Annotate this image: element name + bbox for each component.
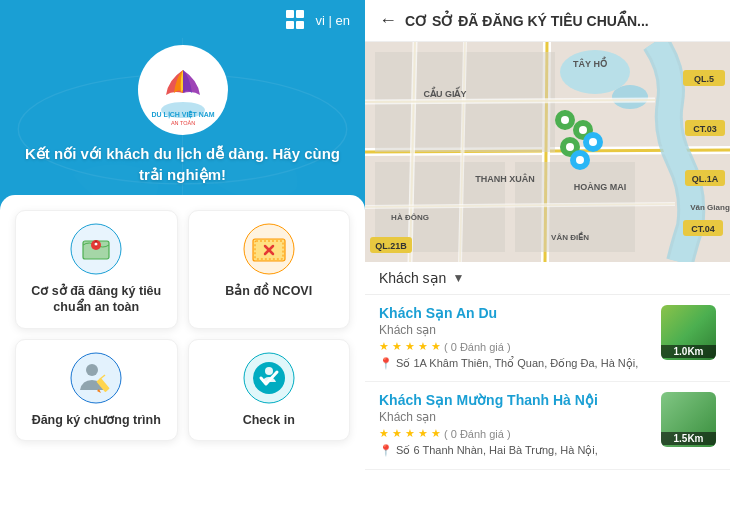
address-icon: 📍 [379,357,396,369]
map-area[interactable]: QL.5 CT.03 QL.1A CT.04 QL.21B TÂY HỒ CẦU… [365,42,730,262]
filter-select[interactable]: Khách sạn ▼ [379,270,464,286]
svg-text:HOÀNG MAI: HOÀNG MAI [574,182,627,192]
listing-address-2: 📍 Số 6 Thanh Nhàn, Hai Bà Trưng, Hà Nội, [379,443,651,458]
svg-text:HÀ ĐÔNG: HÀ ĐÔNG [391,213,429,222]
listing-thumb-2: 1.5Km [661,392,716,447]
logo-svg: DU LỊCH VIỆT NAM AN TOÀN [148,55,218,125]
svg-point-53 [561,116,569,124]
right-title: CƠ SỞ ĐÃ ĐĂNG KÝ TIÊU CHUẨN... [405,13,649,29]
star-9: ★ [418,427,428,440]
rating-count-2: ( 0 Đánh giá ) [444,428,511,440]
map-svg: QL.5 CT.03 QL.1A CT.04 QL.21B TÂY HỒ CẦU… [365,42,730,262]
listing-info-1: Khách Sạn An Du Khách sạn ★ ★ ★ ★ ★ ( 0 … [379,305,651,371]
menu-icon-checkin [243,352,295,404]
listing-item[interactable]: Khách Sạn An Du Khách sạn ★ ★ ★ ★ ★ ( 0 … [365,295,730,382]
svg-point-18 [86,364,98,376]
qr-icon[interactable] [286,10,306,30]
menu-icon-chuongtrinh [70,352,122,404]
star-1: ★ [379,340,389,353]
star-4: ★ [418,340,428,353]
stars-row-1: ★ ★ ★ ★ ★ ( 0 Đánh giá ) [379,340,651,353]
menu-item-checkin[interactable]: Check in [188,339,351,441]
listing-name-2: Khách Sạn Mường Thanh Hà Nội [379,392,651,408]
listing-area[interactable]: Khách Sạn An Du Khách sạn ★ ★ ★ ★ ★ ( 0 … [365,295,730,532]
star-5: ★ [431,340,441,353]
distance-badge-1: 1.0Km [661,345,716,358]
logo-circle: DU LỊCH VIỆT NAM AN TOÀN [138,45,228,135]
listing-name-1: Khách Sạn An Du [379,305,651,321]
menu-label-checkin: Check in [243,412,295,428]
rating-count-1: ( 0 Đánh giá ) [444,341,511,353]
menu-item-bando[interactable]: Bản đồ NCOVI [188,210,351,329]
listing-thumb-1: 1.0Km [661,305,716,360]
svg-text:DU LỊCH VIỆT NAM: DU LỊCH VIỆT NAM [151,110,214,119]
star-8: ★ [405,427,415,440]
lang-switcher[interactable]: vi | en [316,13,351,28]
svg-text:Văn Giang: Văn Giang [690,203,730,212]
svg-point-59 [589,138,597,146]
tagline: Kết nối với khách du lịch dễ dàng. Hãy c… [20,143,345,185]
svg-text:CT.04: CT.04 [691,224,715,234]
back-button[interactable]: ← [379,10,397,31]
svg-point-55 [579,126,587,134]
svg-text:VÂN ĐIỀN: VÂN ĐIỀN [551,231,589,242]
svg-point-24 [265,367,273,375]
listing-address-1: 📍 Số 1A Khâm Thiên, Thổ Quan, Đống Đa, H… [379,356,651,371]
svg-point-31 [560,50,630,94]
right-header: ← CƠ SỞ ĐÃ ĐĂNG KÝ TIÊU CHUẨN... [365,0,730,42]
listing-type-2: Khách sạn [379,410,651,424]
menu-item-chuongtrinh[interactable]: Đăng ký chương trình [15,339,178,441]
svg-point-11 [95,243,98,246]
left-panel: vi | en DU LỊCH VIỆT NAM AN TOÀN Kết nố [0,0,365,532]
listing-item-2[interactable]: Khách Sạn Mường Thanh Hà Nội Khách sạn ★… [365,382,730,469]
logo-area: DU LỊCH VIỆT NAM AN TOÀN Kết nối với khá… [0,40,365,195]
star-6: ★ [379,427,389,440]
dropdown-arrow-icon: ▼ [452,271,464,285]
right-panel: ← CƠ SỞ ĐÃ ĐĂNG KÝ TIÊU CHUẨN... [365,0,730,532]
svg-text:AN TOÀN: AN TOÀN [170,120,194,125]
lang-separator: | [329,13,332,28]
menu-label-bando: Bản đồ NCOVI [225,283,312,299]
stars-row-2: ★ ★ ★ ★ ★ ( 0 Đánh giá ) [379,427,651,440]
distance-badge-2: 1.5Km [661,432,716,445]
lang-en[interactable]: en [336,13,350,28]
menu-label-chuongtrinh: Đăng ký chương trình [32,412,161,428]
menu-icon-dangky [70,223,122,275]
star-3: ★ [405,340,415,353]
lang-vi[interactable]: vi [316,13,325,28]
svg-text:QL.1A: QL.1A [692,174,719,184]
address-text-1: Số 1A Khâm Thiên, Thổ Quan, Đống Đa, Hà … [396,357,638,369]
svg-point-17 [71,353,121,403]
listing-info-2: Khách Sạn Mường Thanh Hà Nội Khách sạn ★… [379,392,651,458]
menu-icon-bando [243,223,295,275]
menu-grid: Cơ sở đã đăng ký tiêu chuẩn an toàn Bản … [0,195,365,532]
star-10: ★ [431,427,441,440]
svg-point-61 [576,156,584,164]
star-7: ★ [392,427,402,440]
svg-text:CT.03: CT.03 [693,124,717,134]
svg-text:QL.21B: QL.21B [375,241,407,251]
menu-item-dangky[interactable]: Cơ sở đã đăng ký tiêu chuẩn an toàn [15,210,178,329]
filter-bar[interactable]: Khách sạn ▼ [365,262,730,295]
svg-text:THANH XUÂN: THANH XUÂN [475,173,535,184]
address-icon-2: 📍 [379,444,396,456]
svg-text:QL.5: QL.5 [694,74,714,84]
filter-value: Khách sạn [379,270,446,286]
menu-label-dangky: Cơ sở đã đăng ký tiêu chuẩn an toàn [26,283,167,316]
svg-point-57 [566,143,574,151]
listing-type-1: Khách sạn [379,323,651,337]
star-2: ★ [392,340,402,353]
top-bar: vi | en [0,0,365,40]
address-text-2: Số 6 Thanh Nhàn, Hai Bà Trưng, Hà Nội, [396,444,598,456]
